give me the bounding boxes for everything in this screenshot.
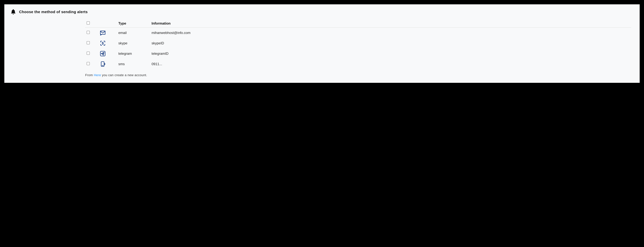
skype-icon	[100, 40, 116, 46]
sms-icon	[100, 61, 116, 67]
row-info: skypeID	[150, 38, 631, 48]
row-checkbox-telegram[interactable]	[86, 52, 90, 55]
bell-icon	[10, 9, 16, 15]
table-header-row: Type Information	[85, 19, 631, 28]
footer-text: From Here you can create a new account.	[85, 73, 631, 77]
row-type: sms	[117, 59, 150, 69]
table-row: email mihanwebhost@info.com	[85, 28, 631, 38]
panel-title: Choose the method of sending alerts	[19, 10, 88, 14]
select-all-checkbox[interactable]	[86, 21, 90, 25]
row-info: telegramID	[150, 48, 631, 59]
here-link[interactable]: Here	[94, 73, 101, 77]
row-type: telegram	[117, 48, 150, 59]
row-checkbox-skype[interactable]	[86, 41, 90, 44]
row-info: mihanwebhost@info.com	[150, 28, 631, 38]
row-type: email	[117, 28, 150, 38]
table-row: sms 0911...	[85, 59, 631, 69]
panel-header: Choose the method of sending alerts	[10, 9, 634, 15]
telegram-icon	[100, 51, 116, 57]
email-icon	[100, 30, 116, 36]
row-info: 0911...	[150, 59, 631, 69]
alerts-table: Type Information	[85, 19, 631, 69]
row-type: skype	[117, 38, 150, 48]
column-header-information: Information	[150, 19, 631, 28]
footer-prefix: From	[85, 73, 94, 77]
row-checkbox-email[interactable]	[86, 31, 90, 34]
table-row: telegram telegramID	[85, 48, 631, 59]
alerts-panel: Choose the method of sending alerts Type…	[4, 4, 640, 83]
row-checkbox-sms[interactable]	[86, 62, 90, 65]
footer-suffix: you can create a new account.	[101, 73, 147, 77]
column-header-type: Type	[117, 19, 150, 28]
table-row: skype skypeID	[85, 38, 631, 48]
